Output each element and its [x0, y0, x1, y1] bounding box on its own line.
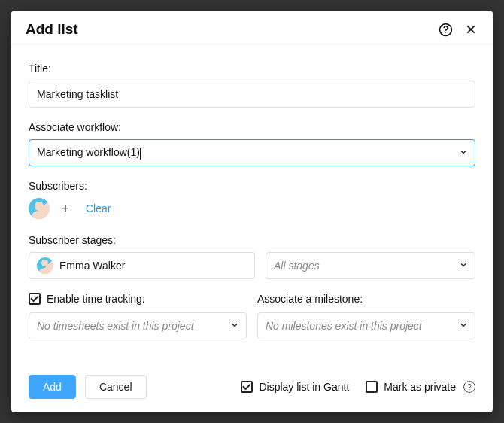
svg-point-1 [445, 32, 446, 32]
private-checkbox[interactable] [366, 381, 378, 393]
gantt-label: Display list in Gantt [259, 381, 349, 393]
stage-user-name: Emma Walker [59, 260, 125, 272]
help-icon[interactable] [438, 22, 453, 37]
subscriber-stage-user[interactable]: Emma Walker [29, 252, 255, 279]
modal-footer: Add Cancel Display list in Gantt Mark as… [11, 363, 493, 412]
private-help-icon[interactable]: ? [463, 381, 475, 393]
modal-header: Add list [11, 11, 493, 47]
close-icon[interactable] [463, 22, 478, 37]
stage-select[interactable]: All stages [266, 252, 475, 279]
modal-title: Add list [26, 21, 427, 38]
title-input[interactable] [29, 81, 475, 108]
milestone-label: Associate a milestone: [257, 293, 475, 305]
workflow-label: Associate workflow: [29, 121, 475, 133]
time-tracking-checkbox[interactable] [29, 293, 41, 305]
add-subscriber-button[interactable]: + [59, 202, 72, 215]
private-label: Mark as private [384, 381, 456, 393]
add-list-modal: Add list Title: Associate workflow: Mark… [11, 11, 493, 412]
title-label: Title: [29, 62, 475, 75]
cancel-button[interactable]: Cancel [85, 375, 147, 399]
milestone-select[interactable]: No milestones exist in this project [257, 312, 475, 339]
subscribers-label: Subscribers: [29, 180, 475, 192]
timesheet-select[interactable]: No timesheets exist in this project [29, 312, 247, 339]
text-cursor [140, 148, 141, 160]
clear-subscribers-link[interactable]: Clear [86, 202, 111, 215]
gantt-checkbox[interactable] [241, 381, 253, 393]
stage-avatar [37, 257, 53, 274]
add-button[interactable]: Add [29, 375, 76, 399]
subscriber-stages-label: Subscriber stages: [29, 234, 475, 246]
subscriber-avatar[interactable] [29, 198, 50, 219]
time-tracking-label: Enable time tracking: [47, 293, 145, 305]
workflow-select[interactable]: Marketing workflow(1) [29, 139, 475, 166]
modal-body: Title: Associate workflow: Marketing wor… [11, 47, 493, 363]
workflow-value: Marketing workflow(1) [37, 146, 140, 158]
